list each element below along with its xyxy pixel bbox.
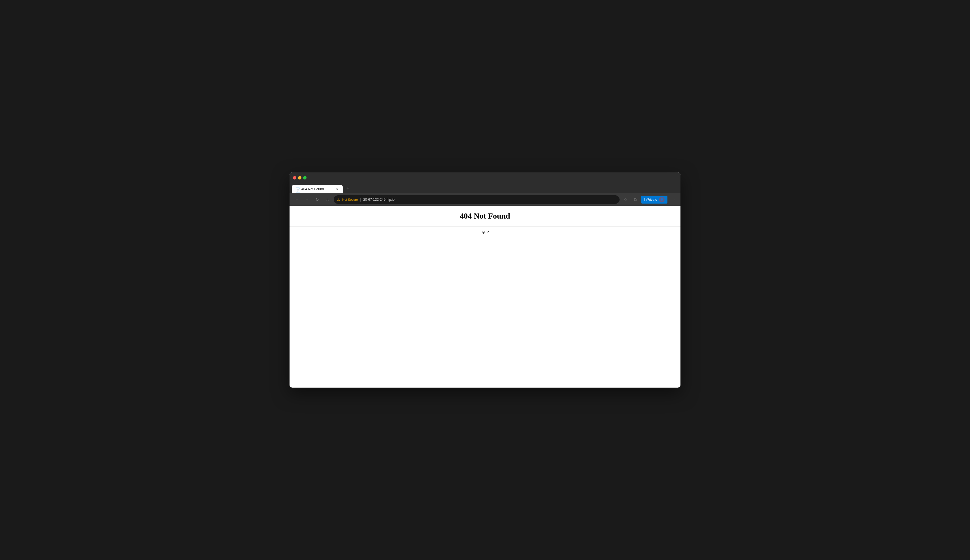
favorites-button[interactable]: ☆: [622, 196, 630, 203]
tab-title: 404 Not Found: [301, 187, 332, 191]
address-bar[interactable]: ⚠ Not Secure | 20-67-122-249.nip.io: [334, 195, 619, 204]
server-label: nginx: [289, 229, 681, 233]
traffic-lights: [293, 176, 307, 180]
star-icon: ☆: [624, 197, 628, 202]
security-icon: ⚠: [337, 198, 340, 202]
nav-bar: ← → ↻ ⌂ ⚠ Not Secure | 20-67-122-249.nip…: [289, 193, 681, 206]
forward-button[interactable]: →: [303, 196, 311, 203]
collections-icon: ⧉: [634, 197, 637, 202]
maximize-button[interactable]: [303, 176, 307, 180]
refresh-icon: ↻: [316, 197, 319, 202]
home-icon: ⌂: [326, 197, 329, 202]
active-tab[interactable]: 📄 404 Not Found ✕: [292, 185, 343, 193]
nav-right-controls: ☆ ⧉ InPrivate 👤 ···: [622, 196, 677, 203]
forward-icon: →: [305, 197, 309, 202]
minimize-button[interactable]: [298, 176, 301, 180]
menu-icon: ···: [671, 197, 675, 202]
inprivate-label: InPrivate: [644, 198, 657, 202]
address-url: 20-67-122-249.nip.io: [363, 198, 395, 202]
title-bar: [289, 172, 681, 183]
back-button[interactable]: ←: [293, 196, 301, 203]
browser-menu-button[interactable]: ···: [669, 196, 677, 203]
page-content: 404 Not Found nginx: [289, 206, 681, 388]
collections-button[interactable]: ⧉: [631, 196, 639, 203]
error-header: 404 Not Found: [289, 206, 681, 227]
avatar: 👤: [659, 197, 664, 202]
security-label: Not Secure: [342, 198, 358, 201]
tab-bar: 📄 404 Not Found ✕ +: [289, 183, 681, 193]
new-tab-button[interactable]: +: [344, 184, 352, 192]
browser-window: 📄 404 Not Found ✕ + ← → ↻ ⌂ ⚠ Not Secure…: [289, 172, 681, 388]
refresh-button[interactable]: ↻: [313, 196, 321, 203]
address-separator: |: [360, 198, 361, 202]
back-icon: ←: [295, 197, 299, 202]
error-title: 404 Not Found: [289, 212, 681, 220]
error-body: nginx: [289, 227, 681, 237]
close-button[interactable]: [293, 176, 296, 180]
home-button[interactable]: ⌂: [324, 196, 331, 203]
tab-page-icon: 📄: [295, 187, 299, 191]
inprivate-button[interactable]: InPrivate 👤: [641, 196, 668, 203]
tab-close-button[interactable]: ✕: [335, 187, 339, 192]
